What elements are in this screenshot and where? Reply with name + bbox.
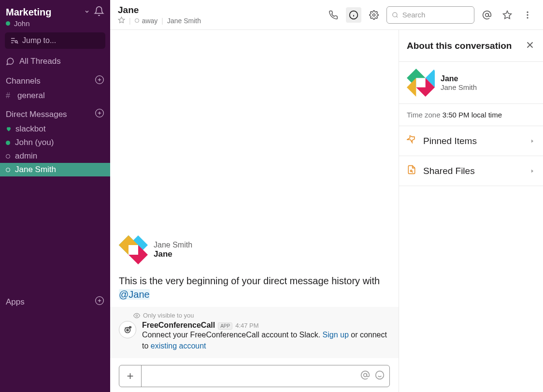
chevron-right-icon <box>529 166 535 176</box>
mention[interactable]: @Jane <box>119 289 150 300</box>
dm-admin[interactable]: admin <box>0 149 110 163</box>
search-input[interactable] <box>386 6 474 24</box>
signup-link[interactable]: Sign up <box>323 331 349 339</box>
direct-messages-header[interactable]: Direct Messages <box>0 102 110 122</box>
apps-label: Apps <box>6 297 25 307</box>
svg-point-18 <box>373 14 375 16</box>
search-field[interactable] <box>402 11 469 19</box>
pinned-items-row[interactable]: Pinned Items <box>399 126 543 156</box>
workspace-name[interactable]: Marketing <box>6 7 81 18</box>
star-icon[interactable] <box>500 7 515 23</box>
jump-to-label: Jump to... <box>22 36 56 45</box>
dm-jane-smith[interactable]: Jane Smith <box>0 163 110 176</box>
svg-line-51 <box>412 172 413 173</box>
message-time: 4:47 PM <box>235 322 258 329</box>
svg-point-21 <box>486 13 489 16</box>
status-text: away <box>142 17 158 25</box>
svg-line-4 <box>17 43 18 44</box>
svg-marker-49 <box>531 139 533 143</box>
star-icon[interactable] <box>118 16 125 25</box>
call-icon[interactable] <box>326 7 341 23</box>
shared-label: Shared Files <box>423 166 475 176</box>
system-message: Only visible to you FreeConferenceCall A… <box>110 307 399 358</box>
message-input[interactable] <box>142 365 360 387</box>
attach-icon[interactable]: + <box>119 365 142 387</box>
avatar <box>407 69 435 97</box>
svg-line-20 <box>397 16 398 17</box>
svg-point-33 <box>136 315 138 317</box>
shared-files-row[interactable]: Shared Files <box>399 156 543 186</box>
presence-away-icon <box>6 168 10 172</box>
svg-rect-48 <box>416 78 425 87</box>
conversation-intro: Jane Smith Jane This is the very beginni… <box>110 235 399 307</box>
visibility-label: Only visible to you <box>143 312 194 319</box>
pin-icon <box>407 135 416 147</box>
svg-point-3 <box>15 41 17 43</box>
bell-icon[interactable] <box>94 6 104 18</box>
current-user[interactable]: John <box>0 18 110 32</box>
topbar: Jane | away | Jane Smith <box>110 0 543 30</box>
file-icon <box>407 165 416 177</box>
dm-name: admin <box>15 151 37 161</box>
full-name: Jane Smith <box>167 17 201 25</box>
more-icon[interactable] <box>520 7 535 23</box>
presence-online-icon <box>6 21 10 26</box>
intro-display-name: Jane <box>154 249 192 259</box>
channels-header[interactable]: Channels <box>0 69 110 89</box>
eye-icon <box>133 312 140 319</box>
mentions-icon[interactable] <box>479 7 495 23</box>
presence-online-icon <box>6 141 10 145</box>
current-user-name: John <box>14 19 30 28</box>
panel-profile[interactable]: Jane Jane Smith <box>399 62 543 104</box>
chevron-right-icon <box>529 136 535 146</box>
avatar <box>119 235 148 264</box>
svg-point-38 <box>376 371 384 379</box>
chevron-down-icon[interactable] <box>84 8 90 16</box>
message-text: Connect your FreeConferenceCall account … <box>142 330 390 351</box>
all-threads[interactable]: All Threads <box>0 54 110 69</box>
add-channel-icon[interactable] <box>95 75 104 87</box>
mentions-icon[interactable] <box>360 370 370 382</box>
all-threads-label: All Threads <box>19 57 61 66</box>
chat-pane: Jane Smith Jane This is the very beginni… <box>110 30 399 392</box>
dm-name: John (you) <box>15 138 54 147</box>
search-icon <box>392 11 399 19</box>
svg-point-35 <box>127 329 129 331</box>
conversation-title[interactable]: Jane <box>118 5 201 15</box>
app-avatar <box>119 321 136 338</box>
dm-slackbot[interactable]: slackbot <box>0 122 110 136</box>
jump-to-input[interactable]: Jump to... <box>5 32 105 49</box>
svg-point-19 <box>393 12 397 16</box>
svg-marker-52 <box>531 169 533 173</box>
hash-icon: # <box>6 91 14 100</box>
add-dm-icon[interactable] <box>95 108 104 120</box>
presence-away-icon <box>135 18 139 23</box>
main: Jane | away | Jane Smith <box>110 0 543 392</box>
channel-name: general <box>17 91 45 101</box>
svg-point-37 <box>364 374 367 377</box>
svg-point-50 <box>411 170 412 172</box>
add-app-icon[interactable] <box>95 296 104 308</box>
panel-timezone: Time zone 3:50 PM local time <box>399 104 543 126</box>
existing-account-link[interactable]: existing account <box>151 342 206 350</box>
svg-point-23 <box>527 11 528 13</box>
message-composer[interactable]: + <box>119 365 390 387</box>
dm-john[interactable]: John (you) <box>0 136 110 149</box>
emoji-icon[interactable] <box>375 370 385 382</box>
apps-header[interactable]: Apps <box>0 290 110 310</box>
info-icon[interactable] <box>346 7 361 23</box>
presence-away-icon <box>6 154 10 159</box>
tz-value: 3:50 PM local time <box>443 111 502 119</box>
panel-title: About this conversation <box>407 41 512 51</box>
tz-label: Time zone <box>407 111 440 119</box>
sender-name[interactable]: FreeConferenceCall <box>142 321 215 330</box>
dm-name: slackbot <box>15 124 45 134</box>
dm-name: Jane Smith <box>15 165 56 174</box>
close-icon[interactable] <box>525 40 535 52</box>
channel-general[interactable]: # general <box>0 89 110 102</box>
pinned-label: Pinned Items <box>423 136 477 146</box>
intro-text: This is the very beginning of your direc… <box>119 274 390 301</box>
svg-rect-32 <box>129 245 138 255</box>
app-badge: APP <box>218 322 232 330</box>
gear-icon[interactable] <box>366 7 382 23</box>
